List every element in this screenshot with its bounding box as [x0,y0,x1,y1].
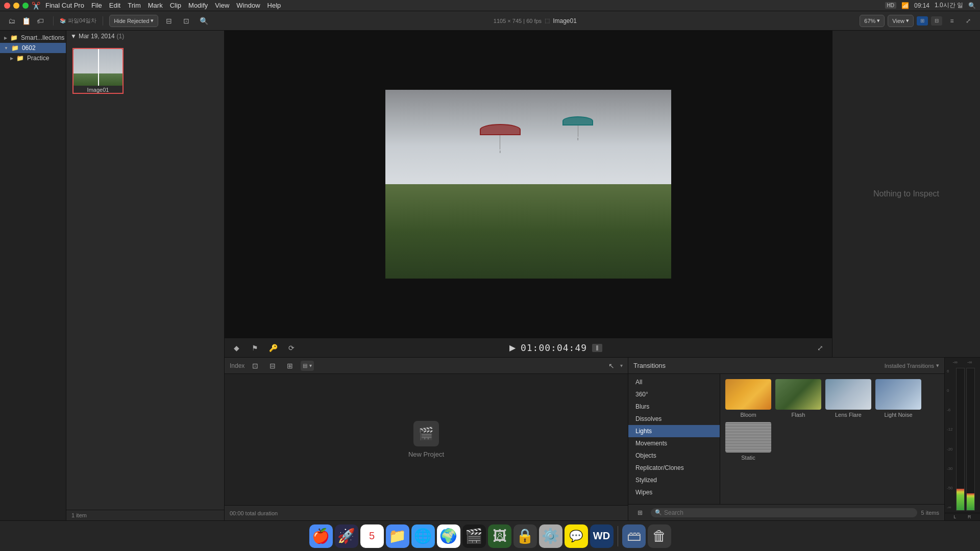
transition-lightnoise[interactable]: Light Noise [875,379,921,418]
dock-finder[interactable]: 🍎 [309,524,333,548]
menu-modify[interactable]: Modify [188,2,208,9]
settings-btn[interactable]: ≡ [945,14,959,28]
title-bar: ✂️ Final Cut Pro File Edit Trim Mark Cli… [0,0,980,11]
grid-blue-btn[interactable]: ⊞ [917,16,928,26]
media-item-image01[interactable]: Image01 [72,48,124,94]
search-input[interactable] [664,509,913,516]
new-project-label[interactable]: New Project [408,450,444,458]
tags-btn[interactable]: 🏷 [34,14,47,28]
index-label[interactable]: Index [230,362,244,369]
transition-static[interactable]: Static [725,422,771,461]
add-marker-btn[interactable]: ◆ [230,341,243,355]
thumbnail-split-line [98,49,99,86]
menu-trim[interactable]: Trim [128,2,141,9]
zoom-label: 67% [864,18,875,24]
analyze-btn[interactable]: ⟳ [285,341,298,355]
menu-fcp[interactable]: Final Cut Pro [45,2,84,9]
collapse-icon[interactable]: ▼ [70,33,77,40]
category-replicator[interactable]: Replicator/Clones [628,462,720,474]
zoom-btn[interactable]: 67% ▾ [860,15,885,27]
meter-right [966,368,975,511]
pointer-tool-btn[interactable]: ↖ [605,359,618,372]
sidebar-item-label: 0602 [22,44,36,52]
dock-fcp[interactable]: 🎬 [462,524,486,548]
transition-add-btn[interactable]: ⊞ [633,506,647,519]
dock-files[interactable]: 📁 [386,524,409,548]
toolbar-right: 67% ▾ View ▾ ⊞ ⊟ ≡ ⤢ [860,14,975,28]
flag-btn[interactable]: ⚑ [248,341,261,355]
menu-help[interactable]: Help [267,2,281,9]
chevron-down-icon[interactable]: ▾ [309,363,312,368]
app-icon: ✂️ [32,2,40,10]
expand-btn[interactable]: ⤢ [962,14,975,28]
traffic-lights[interactable] [4,3,29,9]
list-view-btn[interactable]: ⊡ [180,14,193,28]
dock-preferences[interactable]: ⚙️ [539,524,562,548]
transition-flash[interactable]: Flash [775,379,821,418]
menu-view[interactable]: View [215,2,229,9]
menu-edit[interactable]: Edit [109,2,120,9]
search-box[interactable]: 🔍 [651,508,917,517]
dock-stack[interactable]: 🗃 [622,524,646,548]
static-thumbnail [725,422,771,453]
category-blurs[interactable]: Blurs [628,400,720,413]
dock-chrome[interactable]: 🌍 [437,524,460,548]
fullscreen-btn[interactable]: ⤢ [814,341,827,355]
preview-viewer: I I [225,31,832,338]
timeline-zoom-btn[interactable]: ⊟ [266,359,279,372]
timeline-clip-btn[interactable]: ⊡ [249,359,262,372]
dock-kakao[interactable]: 💬 [565,524,588,548]
menu-clip[interactable]: Clip [170,2,181,9]
category-360[interactable]: 360° [628,388,720,400]
dock-safari[interactable]: 🌐 [411,524,435,548]
keyword-btn[interactable]: 🔑 [266,341,280,355]
dock-calendar[interactable]: 5 [360,524,384,548]
transition-bloom[interactable]: Bloom [725,379,771,418]
transition-lensflare[interactable]: Lens Flare [825,379,871,418]
media-browser: ▼ Mar 19, 2014 (1) Image01 1 item [66,31,225,520]
sidebar-item-smart-collections[interactable]: ▶ 📁 Smart...llections [0,33,66,43]
installed-label-text: Installed Transitions [885,363,934,369]
play-icon[interactable]: ▶ [509,343,516,353]
paraglider-red: I [480,124,521,154]
dock-trash[interactable]: 🗑 [648,524,671,548]
tool-chevron[interactable]: ▾ [620,363,623,368]
category-objects[interactable]: Objects [628,449,720,462]
hide-rejected-btn[interactable]: Hide Rejected ▾ [109,15,158,27]
timeline-expand-btn[interactable]: ⊞ [283,359,297,372]
menu-mark[interactable]: Mark [148,2,163,9]
category-dissolves[interactable]: Dissolves [628,413,720,425]
clips-btn[interactable]: 📋 [19,14,33,28]
installed-label[interactable]: Installed Transitions▾ [885,362,939,369]
filmstrip-view-btn[interactable]: ⊟ [162,14,176,28]
menu-window[interactable]: Window [236,2,260,9]
close-button[interactable] [4,3,10,9]
category-lights[interactable]: Lights [628,425,720,437]
category-stylized[interactable]: Stylized [628,474,720,486]
menu-file[interactable]: File [91,2,102,9]
search-icon[interactable]: 🔍 [968,2,976,9]
grid-alt-btn[interactable]: ⊟ [931,16,942,26]
maximize-button[interactable] [22,3,29,9]
clip-view-icon[interactable]: ▤ [303,363,307,368]
category-all[interactable]: All [628,376,720,388]
search-btn[interactable]: 🔍 [197,14,210,28]
menu-bar: Final Cut Pro File Edit Trim Mark Clip M… [45,2,281,9]
lensflare-label: Lens Flare [835,412,862,418]
library-panel-btn[interactable]: 🗂 [5,14,18,28]
category-wipes[interactable]: Wipes [628,486,720,498]
lightnoise-thumbnail [875,379,921,410]
dock-wd[interactable]: WD [590,524,614,548]
dock-screenlock[interactable]: 🔒 [513,524,537,548]
minimize-button[interactable] [13,3,19,9]
toolbar-sep-2 [103,16,103,26]
sidebar-item-0602[interactable]: ▼ 📁 0602 [0,43,66,53]
view-btn[interactable]: View ▾ [888,15,914,27]
category-movements[interactable]: Movements [628,437,720,449]
sidebar-item-label: Smart...llections [21,34,64,41]
dock-photos[interactable]: 🖼 [488,524,511,548]
time-display: 09:14 [914,2,929,9]
toolbar-center: 1105 × 745 | 60 fps ⬚ Image01 [494,17,577,24]
sidebar-item-practice[interactable]: ▶ 📁 Practice [0,53,66,63]
dock-launchpad[interactable]: 🚀 [335,524,358,548]
